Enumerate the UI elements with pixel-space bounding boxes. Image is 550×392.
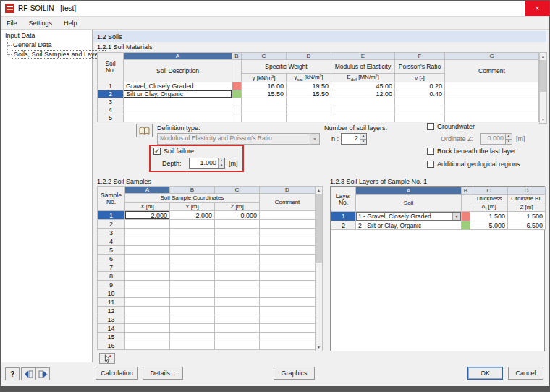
close-button[interactable]: × bbox=[525, 1, 549, 16]
comment-cell[interactable] bbox=[260, 307, 316, 315]
edef-cell[interactable]: 12.00 bbox=[331, 90, 395, 98]
soil-description-cell[interactable]: Gravel, Closely Graded bbox=[124, 82, 232, 90]
x-cell[interactable] bbox=[125, 298, 170, 307]
soil-description-cell[interactable] bbox=[124, 114, 232, 122]
y-cell[interactable] bbox=[170, 272, 215, 281]
comment-cell[interactable] bbox=[260, 315, 316, 324]
comment-cell[interactable] bbox=[445, 90, 539, 98]
layer-color-swatch[interactable] bbox=[462, 212, 470, 221]
z-cell[interactable] bbox=[215, 281, 260, 289]
row-number[interactable]: 2 bbox=[98, 220, 125, 229]
comment-cell[interactable] bbox=[260, 263, 316, 272]
row-number[interactable]: 9 bbox=[98, 281, 125, 289]
x-cell[interactable] bbox=[125, 220, 170, 229]
soil-description-cell[interactable] bbox=[124, 98, 232, 106]
y-cell[interactable] bbox=[170, 237, 215, 246]
materials-scrollbar[interactable]: ▲ ▼ bbox=[539, 52, 547, 124]
nu-cell[interactable] bbox=[395, 98, 445, 106]
y-cell[interactable] bbox=[170, 315, 215, 324]
column-header-b[interactable]: B bbox=[462, 187, 470, 195]
edef-cell[interactable] bbox=[331, 98, 395, 106]
nu-cell[interactable] bbox=[395, 114, 445, 122]
row-number[interactable]: 7 bbox=[98, 263, 125, 272]
z-cell[interactable] bbox=[215, 220, 260, 229]
scrollbar-track[interactable] bbox=[540, 60, 546, 116]
z-cell[interactable] bbox=[215, 229, 260, 237]
material-library-button[interactable] bbox=[136, 124, 153, 137]
row-number[interactable]: 2 bbox=[331, 221, 356, 230]
row-number[interactable]: 13 bbox=[98, 315, 125, 324]
scrollbar-thumb[interactable] bbox=[316, 194, 322, 263]
nu-cell[interactable] bbox=[395, 106, 445, 114]
comment-cell[interactable] bbox=[445, 106, 539, 114]
nu-cell[interactable]: 0.40 bbox=[395, 90, 445, 98]
column-header-d[interactable]: D bbox=[508, 187, 546, 195]
gamma-sat-cell[interactable] bbox=[287, 114, 331, 122]
column-header-a[interactable]: A bbox=[125, 187, 170, 194]
column-header-f[interactable]: F bbox=[395, 53, 445, 60]
row-number[interactable]: 1 bbox=[331, 212, 356, 221]
previous-module-button[interactable] bbox=[21, 367, 35, 380]
y-cell[interactable] bbox=[170, 333, 215, 341]
row-number[interactable]: 1 bbox=[98, 82, 124, 90]
z-cell[interactable] bbox=[215, 298, 260, 307]
row-number[interactable]: 11 bbox=[98, 298, 125, 307]
edef-cell[interactable] bbox=[331, 106, 395, 114]
scrollbar-track[interactable] bbox=[316, 194, 322, 344]
y-cell[interactable] bbox=[170, 324, 215, 333]
column-header-c[interactable]: C bbox=[470, 187, 508, 195]
tree-item-input-data[interactable]: Input Data bbox=[4, 32, 37, 39]
row-number[interactable]: 15 bbox=[98, 333, 125, 341]
x-cell[interactable] bbox=[125, 229, 170, 237]
edef-cell[interactable] bbox=[331, 114, 395, 122]
row-number[interactable]: 2 bbox=[98, 90, 124, 98]
soil-combobox[interactable]: 1 - Gravel, Closely Graded▼ bbox=[356, 212, 461, 221]
row-number[interactable]: 3 bbox=[98, 229, 125, 237]
graphics-button[interactable]: Graphics bbox=[274, 367, 315, 380]
row-number[interactable]: 5 bbox=[98, 246, 125, 255]
menu-settings[interactable]: Settings bbox=[23, 18, 59, 28]
n-spinner[interactable]: 2 ▲▼ bbox=[341, 133, 367, 145]
row-number[interactable]: 16 bbox=[98, 341, 125, 350]
chevron-down-icon[interactable]: ▼ bbox=[310, 134, 319, 144]
comment-cell[interactable] bbox=[445, 82, 539, 90]
y-cell[interactable] bbox=[170, 341, 215, 350]
y-cell[interactable] bbox=[170, 229, 215, 237]
z-cell[interactable] bbox=[215, 333, 260, 341]
z-cell[interactable] bbox=[215, 289, 260, 298]
menu-file[interactable]: File bbox=[1, 18, 23, 28]
x-cell[interactable] bbox=[125, 315, 170, 324]
select-sample-button[interactable] bbox=[99, 353, 115, 364]
gamma-sat-cell[interactable] bbox=[287, 98, 331, 106]
z-cell[interactable] bbox=[215, 324, 260, 333]
comment-cell[interactable] bbox=[260, 211, 316, 220]
column-header-b[interactable]: B bbox=[232, 53, 242, 60]
soil-color-swatch[interactable] bbox=[232, 90, 242, 98]
x-cell[interactable] bbox=[125, 307, 170, 315]
depth-spinner[interactable]: 1.000 ▲▼ bbox=[189, 158, 225, 169]
comment-cell[interactable] bbox=[260, 272, 316, 281]
column-header-a[interactable]: A bbox=[356, 187, 462, 195]
x-cell[interactable] bbox=[125, 289, 170, 298]
column-header-c[interactable]: C bbox=[242, 53, 287, 60]
gamma-sat-cell[interactable]: 15.50 bbox=[287, 90, 331, 98]
comment-cell[interactable] bbox=[445, 98, 539, 106]
gamma-sat-cell[interactable]: 19.50 bbox=[287, 82, 331, 90]
soil-color-swatch[interactable] bbox=[232, 98, 242, 106]
z-cell[interactable] bbox=[215, 272, 260, 281]
comment-cell[interactable] bbox=[260, 229, 316, 237]
gamma-cell[interactable]: 16.00 bbox=[242, 82, 287, 90]
thickness-cell[interactable]: 5.000 bbox=[470, 221, 508, 230]
gamma-cell[interactable] bbox=[242, 98, 287, 106]
x-cell[interactable] bbox=[125, 341, 170, 350]
scroll-up-icon[interactable]: ▲ bbox=[316, 187, 322, 194]
details-button[interactable]: Details... bbox=[143, 367, 183, 380]
column-header-c[interactable]: C bbox=[215, 187, 260, 194]
row-number[interactable]: 4 bbox=[98, 106, 124, 114]
thickness-cell[interactable]: 1.500 bbox=[470, 212, 508, 221]
x-cell[interactable] bbox=[125, 324, 170, 333]
column-header-e[interactable]: E bbox=[331, 53, 395, 60]
z-cell[interactable] bbox=[215, 307, 260, 315]
row-number[interactable]: 12 bbox=[98, 307, 125, 315]
comment-cell[interactable] bbox=[260, 324, 316, 333]
